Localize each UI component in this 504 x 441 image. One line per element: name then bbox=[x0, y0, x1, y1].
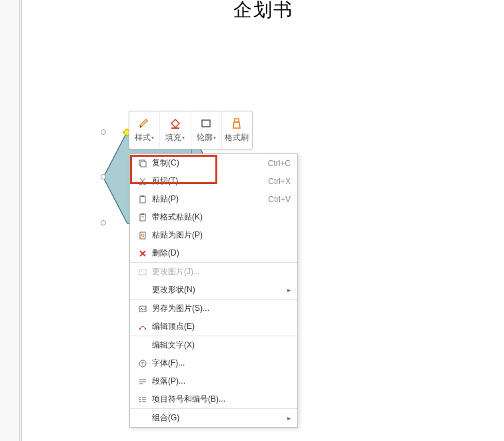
menu-copy-label: 复制(C) bbox=[149, 157, 268, 169]
menu-edit-points-label: 编辑顶点(E) bbox=[149, 321, 291, 332]
toolbar-format-painter[interactable]: 格式刷 bbox=[222, 111, 252, 149]
svg-rect-23 bbox=[145, 328, 146, 330]
clipboard-icon bbox=[136, 195, 149, 204]
menu-save-as-picture[interactable]: 另存为图片(S)... bbox=[130, 300, 297, 318]
menu-paste[interactable]: 粘贴(P) Ctrl+V bbox=[130, 190, 297, 208]
scissors-icon bbox=[136, 177, 149, 186]
toolbar-fill-label: 填充 bbox=[165, 132, 181, 143]
svg-point-29 bbox=[139, 397, 141, 398]
menu-delete-label: 删除(D) bbox=[149, 248, 291, 259]
delete-icon bbox=[136, 249, 149, 258]
menu-paste-label: 粘贴(P) bbox=[149, 193, 268, 205]
paragraph-icon bbox=[136, 377, 149, 386]
menu-change-picture-label: 更改图片(J)... bbox=[149, 266, 291, 278]
menu-group[interactable]: 组合(G) ▸ bbox=[130, 409, 297, 427]
svg-point-31 bbox=[139, 399, 141, 400]
toolbar-outline-label: 轮廓 bbox=[197, 132, 213, 143]
copy-icon bbox=[136, 159, 149, 168]
menu-edit-text[interactable]: 编辑文字(X) bbox=[130, 336, 297, 354]
svg-rect-2 bbox=[202, 120, 210, 127]
menu-bullets[interactable]: 项目符号和编号(B)... bbox=[130, 390, 297, 408]
svg-rect-22 bbox=[139, 328, 141, 330]
toolbar-style[interactable]: 样式 ▾ bbox=[129, 111, 160, 149]
menu-edit-points[interactable]: 编辑顶点(E) bbox=[130, 318, 297, 336]
menu-paste-as-picture-label: 粘贴为图片(P) bbox=[149, 230, 291, 241]
menu-save-as-picture-label: 另存为图片(S)... bbox=[149, 303, 291, 314]
outline-icon bbox=[199, 117, 213, 130]
menu-bullets-label: 项目符号和编号(B)... bbox=[149, 394, 291, 405]
menu-delete[interactable]: 删除(D) bbox=[130, 244, 297, 262]
ruler-left bbox=[0, 0, 20, 441]
picture-icon bbox=[136, 268, 149, 277]
menu-paste-shortcut: Ctrl+V bbox=[268, 195, 291, 204]
menu-change-shape[interactable]: 更改形状(N) ▸ bbox=[130, 281, 297, 299]
svg-point-20 bbox=[141, 271, 142, 272]
menu-font[interactable]: T 字体(F)... bbox=[130, 354, 297, 372]
menu-paragraph[interactable]: 段落(P)... bbox=[130, 372, 297, 390]
svg-rect-13 bbox=[141, 213, 144, 215]
svg-rect-5 bbox=[141, 161, 146, 167]
broom-icon bbox=[230, 117, 243, 130]
bullets-icon bbox=[136, 395, 149, 404]
font-icon: T bbox=[136, 359, 149, 368]
menu-font-label: 字体(F)... bbox=[149, 358, 291, 369]
chevron-right-icon: ▸ bbox=[287, 286, 291, 294]
chevron-down-icon: ▾ bbox=[213, 135, 216, 141]
handle-top-left[interactable] bbox=[101, 129, 106, 135]
chevron-right-icon: ▸ bbox=[287, 414, 291, 422]
menu-paste-format[interactable]: 带格式粘贴(K) bbox=[130, 208, 297, 226]
menu-cut-label: 剪切(T) bbox=[149, 175, 268, 187]
toolbar-style-label: 样式 bbox=[135, 132, 151, 143]
handle-mid-left[interactable] bbox=[101, 174, 106, 179]
brush-icon bbox=[138, 117, 151, 130]
svg-rect-10 bbox=[140, 196, 145, 203]
toolbar-outline[interactable]: 轮廓 ▾ bbox=[191, 111, 222, 149]
clipboard-format-icon bbox=[136, 213, 149, 222]
svg-rect-12 bbox=[140, 214, 145, 221]
chevron-down-icon: ▾ bbox=[151, 135, 154, 141]
toolbar-format-painter-label: 格式刷 bbox=[225, 132, 249, 143]
edit-points-icon bbox=[136, 322, 149, 332]
svg-point-33 bbox=[139, 401, 141, 402]
page-title: 企划书 bbox=[233, 0, 293, 23]
chevron-down-icon: ▾ bbox=[182, 135, 185, 141]
menu-paste-as-picture[interactable]: 粘贴为图片(P) bbox=[130, 226, 297, 244]
handle-bottom-left[interactable] bbox=[101, 220, 106, 226]
svg-text:T: T bbox=[141, 361, 145, 367]
bucket-icon bbox=[169, 117, 182, 130]
save-picture-icon bbox=[136, 304, 149, 314]
toolbar-fill[interactable]: 填充 ▾ bbox=[160, 111, 191, 149]
menu-cut-shortcut: Ctrl+X bbox=[268, 177, 291, 186]
menu-change-shape-label: 更改形状(N) bbox=[149, 284, 287, 296]
svg-rect-15 bbox=[140, 232, 145, 239]
menu-paragraph-label: 段落(P)... bbox=[149, 376, 291, 387]
svg-point-16 bbox=[141, 234, 144, 237]
menu-copy[interactable]: 复制(C) Ctrl+C bbox=[130, 154, 297, 172]
menu-paste-format-label: 带格式粘贴(K) bbox=[149, 211, 291, 223]
menu-edit-text-label: 编辑文字(X) bbox=[149, 340, 291, 351]
context-menu: 复制(C) Ctrl+C 剪切(T) Ctrl+X 粘贴(P) Ctrl+V 带… bbox=[129, 153, 298, 428]
clipboard-picture-icon bbox=[136, 231, 149, 240]
menu-cut[interactable]: 剪切(T) Ctrl+X bbox=[130, 172, 297, 190]
mini-toolbar: 样式 ▾ 填充 ▾ 轮廓 ▾ bbox=[129, 111, 253, 149]
svg-rect-11 bbox=[141, 195, 144, 197]
svg-rect-19 bbox=[139, 270, 146, 275]
menu-copy-shortcut: Ctrl+C bbox=[268, 159, 291, 168]
menu-change-picture: 更改图片(J)... bbox=[130, 263, 297, 281]
menu-group-label: 组合(G) bbox=[149, 412, 287, 424]
